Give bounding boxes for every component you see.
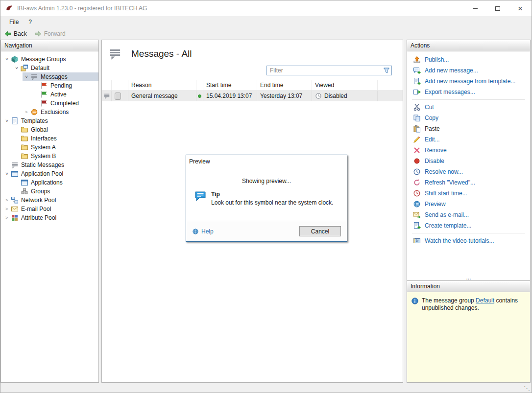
app-icon (5, 4, 13, 12)
column-start-time[interactable]: Start time (203, 80, 257, 90)
back-button[interactable]: Back (4, 30, 27, 37)
status-bar (0, 383, 532, 393)
column-icon-a[interactable] (102, 80, 112, 90)
action-add-message-from-template[interactable]: Add new message from template... (407, 76, 530, 87)
sidebar-item-interfaces[interactable]: Interfaces (13, 134, 98, 143)
tree-item-label: Templates (21, 117, 51, 124)
table-empty-area (102, 101, 398, 382)
action-refresh-viewed[interactable]: Refresh "Viewed"... (407, 177, 530, 188)
sidebar-item-system-a[interactable]: System A (13, 143, 98, 152)
sidebar-item-message-groups[interactable]: Message Groups (3, 55, 98, 64)
column-reason[interactable]: Reason (128, 80, 196, 90)
chevron-collapsed-icon[interactable] (3, 198, 11, 203)
tree-item-label: Application Pool (21, 170, 66, 177)
action-label: Shift start time... (425, 190, 467, 197)
actions-separator (412, 99, 525, 100)
sidebar-item-static-messages[interactable]: Static Messages (3, 161, 98, 169)
active-status-dot-icon (198, 94, 201, 98)
action-label: Publish... (425, 56, 449, 63)
sidebar-item-exclusions[interactable]: Exclusions (23, 108, 98, 116)
action-add-new-message[interactable]: Add new message... (407, 65, 530, 76)
tree-item-label: Exclusions (41, 109, 72, 116)
help-link[interactable]: Help (192, 228, 214, 235)
sidebar-item-application-pool[interactable]: Application Pool (3, 169, 98, 178)
chevron-expanded-icon[interactable] (3, 171, 11, 176)
action-paste[interactable]: Paste (407, 123, 530, 134)
chevron-expanded-icon[interactable] (3, 118, 11, 123)
action-label: Send as e-mail... (425, 211, 469, 218)
folder-icon (21, 135, 28, 142)
sidebar-item-system-b[interactable]: System B (13, 152, 98, 161)
sidebar-item-attribute-pool[interactable]: Attribute Pool (3, 213, 98, 222)
message-group-icon (21, 64, 28, 72)
chevron-placeholder (32, 101, 40, 106)
groups-icon (21, 187, 28, 195)
actions-panel: Actions Publish... Add new message... Ad… (407, 40, 531, 281)
column-status-dot[interactable] (196, 80, 203, 90)
sidebar-item-completed[interactable]: Completed (32, 99, 98, 108)
actions-list: Publish... Add new message... Add new me… (407, 51, 530, 280)
tip-bubble-icon (194, 191, 206, 202)
action-shift-start-time[interactable]: Shift start time... (407, 188, 530, 199)
navigation-panel-header: Navigation (1, 40, 98, 51)
chevron-placeholder (3, 162, 11, 167)
close-button[interactable] (509, 0, 532, 16)
filter-icon[interactable] (383, 67, 390, 74)
filter-input[interactable] (266, 66, 392, 75)
column-icon-b[interactable] (112, 80, 128, 90)
refresh-icon (413, 179, 421, 186)
message-groups-icon (11, 55, 19, 63)
forward-button[interactable]: Forward (35, 30, 66, 37)
table-row[interactable]: General message 15.04.2019 13:07 Yesterd… (102, 91, 403, 101)
sidebar-item-default[interactable]: Default (13, 64, 98, 72)
sidebar-item-active[interactable]: Active (32, 90, 98, 99)
sidebar-item-applications[interactable]: Applications (13, 178, 98, 187)
sidebar-item-messages[interactable]: Messages (23, 72, 98, 81)
app-window: IBI-aws Admin 1.23.0 - registered for IB… (0, 0, 532, 393)
action-cut[interactable]: Cut (407, 102, 530, 113)
publish-icon (413, 56, 421, 64)
default-group-link[interactable]: Default (476, 297, 494, 304)
action-resolve-now[interactable]: Resolve now... (407, 166, 530, 177)
sidebar-item-network-pool[interactable]: Network Pool (3, 196, 98, 205)
action-export-messages[interactable]: Export messages... (407, 87, 530, 97)
action-send-as-email[interactable]: Send as e-mail... (407, 209, 530, 220)
menu-file[interactable]: File (4, 17, 24, 27)
sidebar-item-templates[interactable]: Templates (3, 116, 98, 125)
resize-grip[interactable] (524, 385, 530, 392)
chevron-expanded-icon[interactable] (13, 66, 21, 70)
chevron-placeholder (13, 180, 21, 185)
action-label: Create template... (425, 222, 471, 229)
action-edit[interactable]: Edit... (407, 134, 530, 145)
cancel-button[interactable]: Cancel (299, 226, 341, 236)
minimize-button[interactable] (464, 0, 486, 16)
chevron-expanded-icon[interactable] (23, 74, 30, 79)
sidebar-item-email-pool[interactable]: E-mail Pool (3, 205, 98, 213)
row-attachment-cell (112, 91, 128, 101)
network-pool-icon (11, 196, 19, 204)
filter-row (102, 64, 403, 77)
action-copy[interactable]: Copy (407, 113, 530, 123)
sidebar-item-global[interactable]: Global (13, 125, 98, 134)
action-preview[interactable]: Preview (407, 199, 530, 209)
menu-help[interactable]: ? (24, 17, 37, 27)
chevron-collapsed-icon[interactable] (3, 207, 11, 211)
column-end-time[interactable]: End time (257, 80, 312, 90)
maximize-button[interactable] (486, 0, 509, 16)
action-disable[interactable]: Disable (407, 156, 530, 166)
action-remove[interactable]: Remove (407, 145, 530, 156)
sidebar-item-groups[interactable]: Groups (13, 187, 98, 196)
chevron-expanded-icon[interactable] (3, 57, 11, 62)
chevron-collapsed-icon[interactable] (23, 110, 30, 115)
column-viewed[interactable]: Viewed (312, 80, 378, 90)
action-create-template[interactable]: Create template... (407, 220, 530, 231)
action-label: Export messages... (425, 89, 475, 95)
action-watch-video-tutorials[interactable]: Watch the video-tutorials... (407, 235, 530, 246)
chevron-collapsed-icon[interactable] (3, 215, 11, 220)
video-icon (413, 237, 421, 245)
action-label: Paste (425, 125, 440, 132)
actions-more-indicator[interactable]: ... (407, 275, 530, 280)
action-publish[interactable]: Publish... (407, 54, 530, 65)
applications-icon (21, 179, 28, 186)
sidebar-item-pending[interactable]: Pending (32, 81, 98, 90)
